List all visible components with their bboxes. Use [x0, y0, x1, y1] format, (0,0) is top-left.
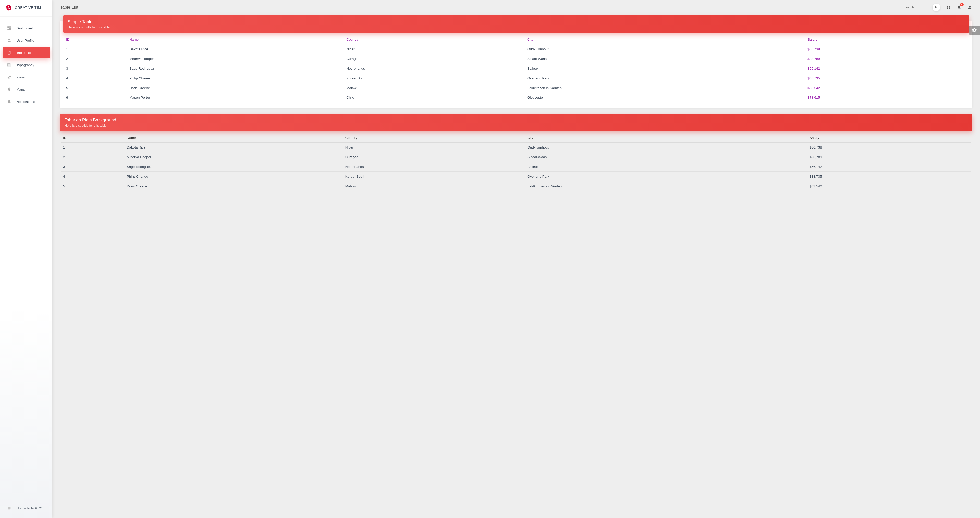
- table-row: 6Mason PorterChileGloucester$78,615: [64, 93, 968, 103]
- cell-id: 4: [64, 73, 127, 83]
- cell-salary: $36,738: [805, 44, 968, 54]
- svg-rect-5: [7, 29, 9, 30]
- column-header-id: ID: [61, 133, 125, 143]
- table-row: 2Minerva HooperCuraçaoSinaai-Waas$23,789: [61, 153, 971, 162]
- table-row: 5Doris GreeneMalawiFeldkirchen in Kärnte…: [64, 83, 968, 93]
- search: [902, 3, 940, 11]
- column-header-salary: Salary: [808, 133, 971, 143]
- search-icon: [935, 5, 938, 10]
- cell-name: Philip Chaney: [127, 73, 344, 83]
- cell-name: Minerva Hooper: [127, 54, 344, 64]
- sidebar-item-typography[interactable]: Typography: [3, 59, 50, 70]
- sidebar-item-notifications[interactable]: Notifications: [3, 96, 50, 107]
- topbar: Table List: [52, 0, 980, 13]
- svg-rect-15: [9, 508, 10, 509]
- topbar-actions: 5: [946, 5, 972, 10]
- notification-badge: 5: [960, 3, 964, 6]
- cell-city: Baileux: [525, 162, 808, 172]
- cell-salary: $56,142: [808, 162, 971, 172]
- cell-name: Philip Chaney: [125, 172, 343, 181]
- sidebar-item-user-profile[interactable]: User Profile: [3, 35, 50, 46]
- account-button[interactable]: [967, 5, 972, 10]
- sidebar-item-dashboard[interactable]: Dashboard: [3, 23, 50, 33]
- svg-rect-8: [9, 51, 10, 52]
- cell-name: Sage Rodriguez: [125, 162, 343, 172]
- card-title: Simple Table: [68, 19, 965, 24]
- bell-icon: [6, 99, 12, 104]
- notifications-button[interactable]: 5: [956, 5, 962, 10]
- sidebar-item-label: Table List: [16, 51, 31, 55]
- svg-point-12: [9, 76, 11, 77]
- table-row: 3Sage RodriguezNetherlandsBaileux$56,142: [64, 64, 968, 73]
- settings-drawer-toggle[interactable]: [969, 25, 980, 35]
- person-icon: [967, 5, 972, 10]
- cell-name: Doris Greene: [127, 83, 344, 93]
- sidebar-item-table-list[interactable]: Table List: [3, 47, 50, 58]
- brand[interactable]: CREATIVE TIM: [0, 0, 52, 17]
- cell-id: 3: [64, 64, 127, 73]
- library-icon: [6, 62, 12, 67]
- column-header-city: City: [525, 35, 805, 44]
- sidebar-item-label: Notifications: [16, 100, 35, 103]
- card-subtitle: Here is a subtitle for this table: [65, 124, 968, 127]
- cell-city: Overland Park: [525, 172, 808, 181]
- column-header-city: City: [525, 133, 808, 143]
- cell-id: 5: [61, 181, 125, 191]
- sidebar-item-icons[interactable]: Icons: [3, 72, 50, 83]
- clipboard-icon: [6, 50, 12, 55]
- sidebar-item-label: Maps: [16, 87, 25, 91]
- pin-icon: [6, 87, 12, 92]
- cell-salary: $78,615: [805, 93, 968, 103]
- column-header-salary: Salary: [805, 35, 968, 44]
- table-row: 5Doris GreeneMalawiFeldkirchen in Kärnte…: [61, 181, 971, 191]
- svg-point-11: [8, 77, 9, 78]
- cell-salary: $23,789: [805, 54, 968, 64]
- card-body: IDNameCountryCitySalary1Dakota RiceNiger…: [60, 33, 972, 108]
- cell-id: 3: [61, 162, 125, 172]
- cell-id: 5: [64, 83, 127, 93]
- cell-name: Dakota Rice: [125, 143, 343, 153]
- svg-line-17: [937, 7, 938, 8]
- cell-name: Dakota Rice: [127, 44, 344, 54]
- svg-point-6: [8, 39, 10, 40]
- svg-rect-20: [947, 7, 948, 9]
- cell-salary: $56,142: [805, 64, 968, 73]
- brand-title: CREATIVE TIM: [15, 6, 41, 10]
- cell-city: Overland Park: [525, 73, 805, 83]
- svg-point-22: [969, 6, 970, 7]
- cell-city: Feldkirchen in Kärnten: [525, 181, 808, 191]
- card-header: Simple TableHere is a subtitle for this …: [63, 15, 969, 33]
- card-body: IDNameCountryCitySalary1Dakota RiceNiger…: [60, 131, 972, 197]
- cell-name: Mason Porter: [127, 93, 344, 103]
- cell-id: 2: [61, 153, 125, 162]
- table-row: 4Philip ChaneyKorea, SouthOverland Park$…: [61, 172, 971, 181]
- main: Table List: [52, 0, 980, 518]
- cell-country: Curaçao: [343, 153, 525, 162]
- dashboard-button[interactable]: [946, 5, 951, 10]
- cell-name: Minerva Hooper: [125, 153, 343, 162]
- svg-rect-4: [10, 28, 11, 30]
- cell-salary: $23,789: [808, 153, 971, 162]
- svg-rect-18: [947, 6, 948, 7]
- cell-city: Sinaai-Waas: [525, 54, 805, 64]
- table-row: 1Dakota RiceNigerOud-Turnhout$36,738: [61, 143, 971, 153]
- search-button[interactable]: [932, 3, 940, 11]
- cell-country: Korea, South: [343, 172, 525, 181]
- table-row: 3Sage RodriguezNetherlandsBaileux$56,142: [61, 162, 971, 172]
- sidebar: CREATIVE TIM DashboardUser ProfileTable …: [0, 0, 52, 518]
- column-header-name: Name: [127, 35, 344, 44]
- sidebar-nav: DashboardUser ProfileTable ListTypograph…: [0, 17, 52, 500]
- cell-id: 4: [61, 172, 125, 181]
- upgrade-label: Upgrade To PRO: [16, 506, 43, 510]
- upgrade-to-pro-button[interactable]: Upgrade To PRO: [3, 503, 50, 513]
- person-icon: [6, 38, 12, 43]
- table-card-1: Table on Plain BackgroundHere is a subti…: [60, 119, 972, 197]
- table-row: 2Minerva HooperCuraçaoSinaai-Waas$23,789: [64, 54, 968, 64]
- search-input[interactable]: [902, 4, 931, 11]
- table-card-0: Simple TableHere is a subtitle for this …: [60, 21, 972, 108]
- column-header-country: Country: [344, 35, 525, 44]
- sidebar-item-maps[interactable]: Maps: [3, 84, 50, 95]
- column-header-country: Country: [343, 133, 525, 143]
- svg-point-13: [10, 78, 11, 79]
- cell-country: Malawi: [343, 181, 525, 191]
